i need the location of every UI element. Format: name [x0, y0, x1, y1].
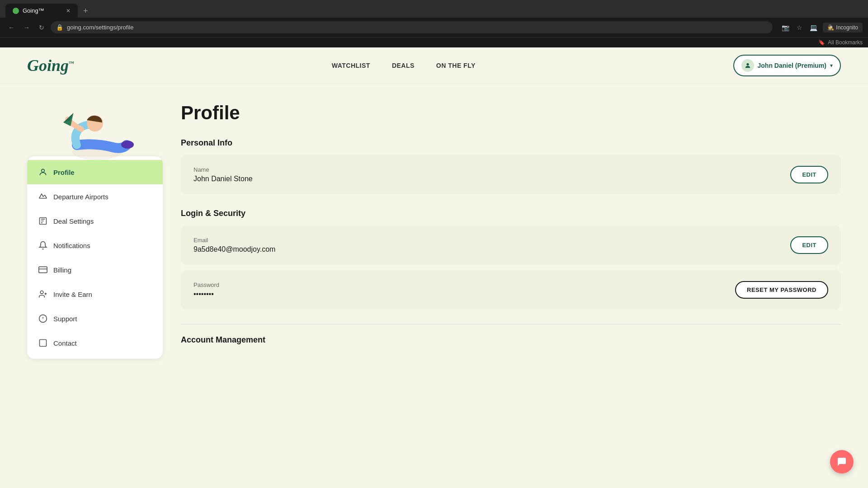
forward-button[interactable]: → — [21, 22, 33, 33]
password-label: Password — [193, 282, 219, 288]
reset-password-button[interactable]: RESET MY PASSWORD — [735, 281, 828, 299]
reload-button[interactable]: ↻ — [36, 22, 47, 33]
back-button[interactable]: ← — [5, 22, 17, 33]
sidebar-departure-label: Departure Airports — [53, 193, 108, 201]
name-label: Name — [193, 166, 253, 173]
sidebar-item-invite-earn[interactable]: Invite & Earn — [27, 282, 163, 306]
browser-toolbar: ← → ↻ 🔒 going.com/settings/profile 📷 ☆ 💻… — [0, 18, 868, 37]
sidebar-contact-label: Contact — [53, 339, 77, 347]
camera-off-icon[interactable]: 📷 — [780, 22, 791, 33]
sidebar-item-notifications[interactable]: Notifications — [27, 233, 163, 258]
logo-rest: oing — [39, 56, 69, 75]
user-menu[interactable]: John Daniel (Premium) ▾ — [733, 55, 841, 76]
sidebar-invite-earn-label: Invite & Earn — [53, 291, 92, 298]
sidebar-item-billing[interactable]: Billing — [27, 258, 163, 282]
user-name: John Daniel (Premium) — [758, 62, 826, 69]
billing-icon — [38, 265, 48, 275]
email-label: Email — [193, 237, 275, 244]
password-info: Password •••••••• — [193, 282, 219, 298]
watchlist-nav-link[interactable]: WATCHLIST — [332, 62, 370, 69]
sidebar-menu: Profile Departure Airports — [27, 156, 163, 359]
notifications-icon — [38, 240, 48, 250]
sidebar-item-contact[interactable]: Contact — [27, 331, 163, 355]
page: Going™ WATCHLIST DEALS ON THE FLY John D… — [0, 47, 868, 454]
logo-g: G — [27, 56, 39, 75]
name-card: Name John Daniel Stone EDIT — [181, 155, 841, 194]
section-divider — [181, 324, 841, 324]
sidebar-item-deal-settings[interactable]: Deal Settings — [27, 209, 163, 233]
page-title: Profile — [181, 102, 841, 124]
incognito-button[interactable]: 🕵️ Incognito — [823, 23, 863, 33]
sidebar-profile-label: Profile — [53, 169, 75, 176]
password-card: Password •••••••• RESET MY PASSWORD — [181, 270, 841, 310]
svg-point-3 — [121, 141, 134, 149]
contact-icon — [38, 338, 48, 348]
profile-content: Profile Personal Info Name John Daniel S… — [181, 84, 841, 370]
edit-name-button[interactable]: EDIT — [790, 166, 828, 183]
support-icon — [38, 314, 48, 324]
email-card: Email 9a5d8e40@moodjoy.com EDIT — [181, 225, 841, 265]
svg-rect-16 — [40, 340, 47, 347]
on-the-fly-nav-link[interactable]: ON THE FLY — [436, 62, 476, 69]
login-security-section-title: Login & Security — [181, 209, 841, 218]
new-tab-button[interactable]: + — [80, 5, 92, 18]
svg-rect-8 — [39, 267, 47, 272]
account-management-section-title: Account Management — [181, 335, 841, 345]
device-icon[interactable]: 💻 — [808, 22, 819, 33]
invite-earn-icon — [38, 289, 48, 299]
chat-button[interactable] — [830, 450, 854, 474]
personal-info-section-title: Personal Info — [181, 138, 841, 148]
address-bar[interactable]: 🔒 going.com/settings/profile — [51, 21, 773, 33]
address-bar-lock-icon: 🔒 — [56, 24, 63, 31]
incognito-icon: 🕵️ — [827, 24, 834, 31]
tab-favicon — [13, 8, 19, 14]
browser-actions: 📷 ☆ 💻 🕵️ Incognito — [780, 22, 863, 33]
address-text: going.com/settings/profile — [67, 24, 133, 31]
password-value: •••••••• — [193, 290, 219, 298]
deals-nav-link[interactable]: DEALS — [392, 62, 415, 69]
logo[interactable]: Going™ — [27, 56, 74, 75]
bookmark-icon[interactable]: ☆ — [795, 22, 804, 33]
name-info: Name John Daniel Stone — [193, 166, 253, 183]
active-tab[interactable]: Going™ ✕ — [5, 4, 78, 18]
sidebar-illustration — [32, 93, 149, 165]
sidebar-deal-settings-label: Deal Settings — [53, 217, 94, 225]
sidebar-item-support[interactable]: Support — [27, 306, 163, 331]
bookmarks-bar: 🔖 All Bookmarks — [0, 37, 868, 47]
main-content: Profile Departure Airports — [0, 84, 868, 370]
tab-close-button[interactable]: ✕ — [66, 8, 71, 14]
incognito-label: Incognito — [836, 24, 858, 31]
sidebar-support-label: Support — [53, 315, 77, 323]
name-value: John Daniel Stone — [193, 175, 253, 183]
tab-title: Going™ — [23, 7, 44, 14]
sidebar-notifications-label: Notifications — [53, 242, 90, 249]
email-info: Email 9a5d8e40@moodjoy.com — [193, 237, 275, 253]
svg-point-0 — [746, 63, 749, 66]
svg-point-6 — [42, 169, 45, 172]
user-avatar — [741, 59, 754, 72]
bookmarks-label: All Bookmarks — [828, 39, 863, 46]
main-nav: WATCHLIST DEALS ON THE FLY — [332, 62, 476, 69]
profile-icon — [38, 167, 48, 177]
departure-airports-icon — [38, 192, 48, 202]
sidebar-item-departure-airports[interactable]: Departure Airports — [27, 184, 163, 209]
bookmarks-icon: 🔖 — [818, 39, 825, 46]
email-value: 9a5d8e40@moodjoy.com — [193, 245, 275, 253]
site-header: Going™ WATCHLIST DEALS ON THE FLY John D… — [0, 47, 868, 84]
svg-point-10 — [40, 291, 43, 294]
sidebar-billing-label: Billing — [53, 266, 71, 274]
edit-email-button[interactable]: EDIT — [790, 236, 828, 254]
sidebar: Profile Departure Airports — [27, 84, 163, 370]
user-chevron-icon: ▾ — [830, 62, 833, 69]
deal-settings-icon — [38, 216, 48, 226]
